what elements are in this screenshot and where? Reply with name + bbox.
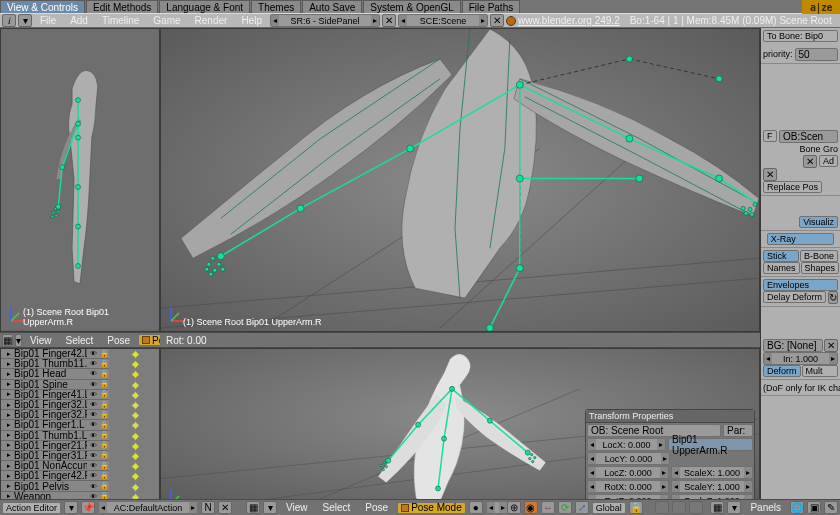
lock-icon[interactable]: 🔒: [99, 411, 109, 419]
keyframe[interactable]: [132, 392, 139, 399]
3dview-port-3[interactable]: (1) Scene Root Bip01 UpperArm.R Transfor…: [160, 348, 760, 515]
tab-auto-save[interactable]: Auto Save: [302, 0, 362, 13]
eye-icon[interactable]: 👁: [88, 482, 98, 490]
manipulator-scale-icon[interactable]: ⤢: [575, 501, 589, 514]
expand-icon[interactable]: ▸: [4, 370, 14, 378]
layer-btn[interactable]: [689, 501, 703, 514]
keyframe[interactable]: [132, 382, 139, 389]
x-icon[interactable]: ✕: [803, 155, 817, 168]
shapes-tab[interactable]: Shapes: [801, 262, 840, 274]
orientation-selector[interactable]: Global: [592, 502, 626, 514]
lock-icon[interactable]: 🔒: [99, 462, 109, 470]
lock-icon[interactable]: 🔒: [99, 441, 109, 449]
keyframe[interactable]: [132, 371, 139, 378]
keyframe[interactable]: [132, 351, 139, 358]
eye-icon[interactable]: 👁: [88, 380, 98, 388]
locy[interactable]: ◂LocY: 0.000▸: [587, 452, 670, 465]
envelopes-button[interactable]: Envelopes: [763, 279, 838, 291]
lock-icon[interactable]: 🔒: [99, 482, 109, 490]
to-bone-field[interactable]: To Bone: Bip0: [763, 30, 838, 42]
tab-edit-methods[interactable]: Edit Methods: [86, 0, 158, 13]
context-object-icon[interactable]: ▣: [807, 501, 821, 514]
expand-icon[interactable]: ▸: [4, 421, 14, 429]
lock-icon[interactable]: 🔒: [99, 370, 109, 378]
x-icon[interactable]: ✕: [218, 501, 232, 514]
add-button[interactable]: Ad: [819, 155, 838, 167]
eye-icon[interactable]: 👁: [88, 401, 98, 409]
lock-icon[interactable]: 🔒: [99, 472, 109, 480]
expand-icon[interactable]: ▸: [4, 451, 14, 459]
scalex[interactable]: ◂ScaleX: 1.000▸: [671, 466, 753, 479]
transform-properties-panel[interactable]: Transform Properties OB: Scene RootPar: …: [585, 409, 755, 510]
menu-add[interactable]: Add: [64, 13, 94, 28]
collapse-icon[interactable]: ▾: [15, 334, 22, 347]
delay-deform-button[interactable]: Delay Deform: [763, 291, 826, 303]
3dview-port-1[interactable]: (1) Scene Root Bip01 UpperArm.R: [0, 28, 160, 332]
x-icon[interactable]: ✕: [490, 14, 504, 27]
eye-icon[interactable]: 👁: [88, 472, 98, 480]
scene-selector[interactable]: ◂SCE:Scene▸: [398, 14, 488, 27]
blender-url[interactable]: www.blender.org 249.2: [518, 15, 620, 26]
lock-icon[interactable]: 🔒: [99, 421, 109, 429]
screen-selector[interactable]: ◂SR:6 - SidePanel▸: [270, 14, 380, 27]
priority-field[interactable]: 50: [795, 48, 838, 61]
keyframe[interactable]: [132, 422, 139, 429]
menu-timeline[interactable]: Timeline: [96, 13, 145, 28]
context-scene-icon[interactable]: 🌐: [790, 501, 804, 514]
tab-language-font[interactable]: Language & Font: [159, 0, 250, 13]
eye-icon[interactable]: 👁: [88, 390, 98, 398]
pin-icon[interactable]: 📌: [81, 501, 95, 514]
menu-pose[interactable]: Pose: [101, 333, 136, 348]
refresh-icon[interactable]: ↻: [828, 291, 838, 304]
action-selector[interactable]: ◂AC:DefaultAction▸: [98, 501, 198, 514]
xray-button[interactable]: X-Ray: [767, 233, 835, 245]
names-tab[interactable]: Names: [763, 262, 800, 274]
expand-icon[interactable]: ▸: [4, 472, 14, 480]
pivot-icon[interactable]: ⊕: [507, 501, 521, 514]
expand-icon[interactable]: ▸: [4, 401, 14, 409]
layer-btn[interactable]: [672, 501, 686, 514]
expand-icon[interactable]: ▸: [4, 360, 14, 368]
replace-pos-button[interactable]: Replace Pos: [763, 181, 822, 193]
expand-icon[interactable]: ▸: [4, 350, 14, 358]
lock-icon[interactable]: 🔒: [99, 390, 109, 398]
locz[interactable]: ◂LocZ: 0.000▸: [587, 466, 669, 479]
scaley[interactable]: ◂ScaleY: 1.000▸: [671, 480, 753, 493]
editor-type-icon[interactable]: 𝑖: [2, 14, 16, 27]
collapse-icon[interactable]: ▾: [263, 501, 277, 514]
lock-icon[interactable]: 🔒: [629, 501, 643, 514]
keyframe[interactable]: [132, 402, 139, 409]
channel-list[interactable]: ▸Bip01 Finger42.L👁🔒▸Bip01 Thumb11.R👁🔒▸Bi…: [1, 349, 109, 503]
editor-type-icon[interactable]: ▦: [246, 501, 260, 514]
key-track-area[interactable]: [109, 349, 159, 503]
rotx[interactable]: ◂RotX: 0.000▸: [587, 480, 669, 493]
keyframe[interactable]: [132, 433, 139, 440]
shading-icon[interactable]: ●: [469, 501, 483, 514]
cursor-icon[interactable]: ◉: [524, 501, 538, 514]
panel-title[interactable]: Transform Properties: [586, 410, 754, 423]
manipulator-move-icon[interactable]: ↔: [541, 501, 555, 514]
f-button[interactable]: F: [763, 130, 777, 142]
expand-icon[interactable]: ▸: [4, 380, 14, 388]
lock-icon[interactable]: 🔒: [99, 431, 109, 439]
tab-themes[interactable]: Themes: [251, 0, 301, 13]
deform-button[interactable]: Deform: [763, 365, 801, 377]
keyframe[interactable]: [132, 412, 139, 419]
menu-select[interactable]: Select: [317, 500, 357, 515]
stick-tab[interactable]: Stick: [763, 250, 799, 262]
lock-icon[interactable]: 🔒: [99, 360, 109, 368]
eye-icon[interactable]: 👁: [88, 360, 98, 368]
keyframe[interactable]: [132, 453, 139, 460]
mult-button[interactable]: Mult: [802, 365, 838, 377]
collapse-icon[interactable]: ▾: [727, 501, 741, 514]
keyframe[interactable]: [132, 361, 139, 368]
expand-icon[interactable]: ▸: [4, 390, 14, 398]
lock-icon[interactable]: 🔒: [99, 451, 109, 459]
menu-render[interactable]: Render: [189, 13, 234, 28]
action-editor-selector[interactable]: Action Editor: [2, 502, 61, 514]
keyframe[interactable]: [132, 463, 139, 470]
eye-icon[interactable]: 👁: [88, 462, 98, 470]
bg-field[interactable]: BG: [None]: [763, 339, 823, 352]
lock-icon[interactable]: 🔒: [99, 401, 109, 409]
collapse-icon[interactable]: ▾: [18, 14, 32, 27]
